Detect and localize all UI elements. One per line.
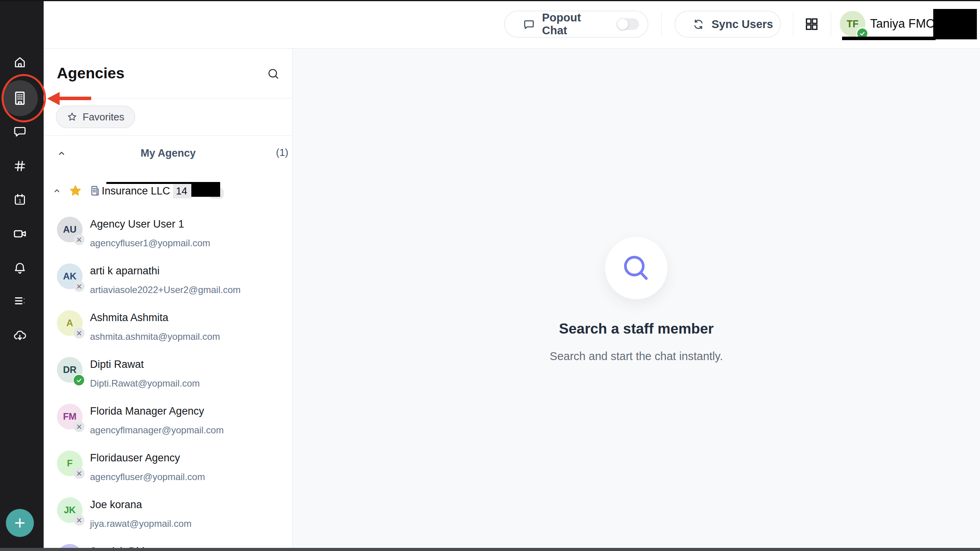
annotation-red-arrowhead (47, 92, 60, 105)
avatar: F ✕ (57, 450, 83, 476)
agency-row[interactable]: Insurance LLC 14 (101, 184, 191, 198)
search-circle-illustration (605, 237, 667, 299)
avatar-initials: FM (63, 411, 77, 422)
staff-list-item[interactable]: A ✕ Ashmita Ashmita ashmita.ashmita@yopm… (44, 300, 293, 347)
staff-list-item[interactable]: JK ✕ Joe korana jiya.rawat@yopmail.com (44, 487, 293, 534)
redaction-box (933, 9, 977, 39)
collapse-agency-chevron-icon[interactable] (53, 187, 61, 195)
sync-users-button[interactable]: Sync Users (675, 11, 781, 38)
offline-status-badge: ✕ (74, 515, 85, 526)
staff-list-item[interactable]: AU ✕ Agency User User 1 agencyfluser1@yo… (44, 207, 293, 253)
current-user-name: Taniya FMO (870, 16, 935, 31)
staff-list-item[interactable]: DR Dipti Rawat Dipti.Rawat@yopmail.com (44, 347, 293, 394)
group-count: (1) (265, 147, 288, 159)
staff-name: Jaynish Dhiman (90, 545, 165, 548)
offline-status-badge: ✕ (74, 234, 85, 245)
staff-email: agencyfluser1@yopmail.com (90, 237, 210, 249)
avatar-initials: AK (63, 271, 77, 282)
avatar: AU ✕ (57, 217, 83, 242)
staff-email: Dipti.Rawat@yopmail.com (90, 378, 200, 389)
svg-text:1: 1 (18, 198, 21, 204)
avatar: JK ✕ (57, 497, 83, 523)
topbar-divider (831, 12, 831, 36)
offline-status-badge: ✕ (74, 421, 85, 432)
topbar-divider (793, 12, 793, 36)
empty-state-title: Search a staff member (559, 320, 714, 337)
apps-grid-icon[interactable] (804, 16, 819, 32)
staff-name: Joe korana (90, 498, 142, 511)
favorite-star-icon[interactable] (68, 184, 83, 198)
notifications-bell-icon[interactable] (11, 260, 28, 277)
menu-list-icon[interactable] (11, 292, 28, 309)
avatar (57, 544, 83, 548)
agency-count-badge: 14 (173, 184, 191, 198)
toggle-knob (617, 19, 628, 30)
annotation-red-circle (2, 74, 46, 122)
avatar-initials: JK (64, 505, 76, 516)
staff-email: artiaviasole2022+User2@gmail.com (90, 284, 241, 296)
avatar: DR (57, 357, 83, 383)
staff-list-item[interactable]: AK ✕ arti k aparnathi artiaviasole2022+U… (44, 253, 293, 300)
search-icon[interactable] (266, 67, 281, 81)
favorites-filter-chip[interactable]: Favorites (56, 106, 135, 128)
avatar: FM ✕ (57, 404, 83, 429)
popout-chat-control[interactable]: Popout Chat (504, 11, 648, 38)
staff-list-item[interactable]: Jaynish Dhiman (44, 534, 293, 548)
panel-divider (44, 135, 293, 136)
user-list: AU ✕ Agency User User 1 agencyfluser1@yo… (44, 207, 293, 548)
staff-list-item[interactable]: F ✕ Floridauser Agency agencyfluser@yopm… (44, 440, 293, 487)
chat-icon[interactable] (11, 123, 28, 140)
video-meeting-icon[interactable] (11, 225, 28, 242)
annotation-red-arrow (58, 97, 91, 100)
group-header-label[interactable]: My Agency (44, 145, 293, 161)
avatar-initials: AU (63, 224, 77, 235)
offline-status-badge: ✕ (74, 281, 85, 292)
agency-name: Insurance LLC (101, 184, 173, 198)
popout-chat-icon (523, 18, 535, 30)
offline-status-badge: ✕ (74, 468, 85, 479)
sync-users-label: Sync Users (712, 18, 773, 31)
offline-status-badge: ✕ (74, 328, 85, 339)
staff-name: Ashmita Ashmita (90, 311, 168, 324)
staff-name: arti k aparnathi (90, 264, 160, 277)
star-outline-icon (67, 111, 78, 122)
window-bottom-edge (0, 548, 980, 551)
sync-icon (692, 18, 705, 30)
chat-empty-state: Search a staff member Search and start t… (293, 49, 980, 548)
redaction-underline (842, 37, 936, 40)
staff-email: agencyfluser@yopmail.com (90, 471, 205, 483)
current-user-initials: TF (847, 18, 859, 30)
staff-name: Floridauser Agency (90, 451, 180, 464)
staff-list-item[interactable]: FM ✕ Florida Manager Agency agencyflmana… (44, 394, 293, 440)
staff-name: Florida Manager Agency (90, 404, 204, 418)
staff-email: agencyflmanager@yopmail.com (90, 424, 224, 436)
empty-state-subtitle: Search and start the chat instantly. (550, 349, 723, 363)
add-new-button[interactable] (6, 509, 34, 537)
online-status-badge (73, 374, 85, 386)
channels-hash-icon[interactable] (11, 157, 28, 175)
avatar: AK ✕ (57, 263, 83, 289)
page-title: Agencies (57, 64, 124, 82)
avatar-initials: F (67, 458, 73, 469)
staff-email: ashmita.ashmita@yopmail.com (90, 331, 220, 343)
home-icon[interactable] (11, 54, 28, 71)
avatar-initials: A (66, 318, 73, 328)
staff-name: Dipti Rawat (90, 358, 144, 371)
staff-email: jiya.rawat@yopmail.com (90, 518, 191, 530)
avatar-initials: DR (63, 364, 77, 375)
staff-name: Agency User User 1 (90, 217, 184, 231)
calendar-icon[interactable]: 1 (11, 191, 28, 208)
topbar-divider (661, 12, 662, 36)
agency-building-icon (88, 184, 101, 197)
avatar: A ✕ (57, 310, 83, 336)
favorites-label: Favorites (83, 111, 124, 123)
popout-chat-toggle[interactable] (617, 18, 639, 30)
current-user-avatar[interactable]: TF (840, 11, 865, 37)
popout-chat-label: Popout Chat (542, 11, 607, 37)
cloud-download-icon[interactable] (11, 327, 28, 344)
